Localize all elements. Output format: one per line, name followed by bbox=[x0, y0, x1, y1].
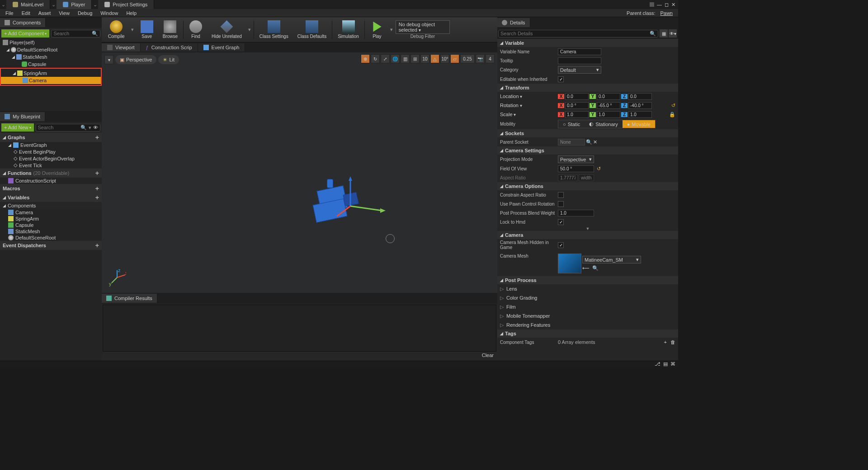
add-dispatcher-icon[interactable]: + bbox=[95, 242, 99, 249]
output-log-icon[interactable]: ▤ bbox=[663, 361, 668, 367]
var-defaultsceneroot[interactable]: DefaultSceneRoot bbox=[0, 235, 102, 241]
play-dropdown[interactable]: ▾ bbox=[388, 27, 395, 33]
tab-dropdown-icon[interactable]: ⌄ bbox=[92, 0, 98, 9]
mobility-static[interactable]: ○Static bbox=[558, 120, 585, 128]
browse-button[interactable]: Browse bbox=[158, 18, 182, 42]
menu-file[interactable]: File bbox=[2, 10, 17, 16]
details-search[interactable]: 🔍 bbox=[498, 30, 658, 38]
rotation-y-input[interactable] bbox=[597, 102, 620, 109]
location-x-input[interactable] bbox=[565, 93, 589, 100]
tags-category[interactable]: ◢Tags bbox=[497, 329, 678, 338]
menu-asset[interactable]: Asset bbox=[35, 10, 55, 16]
grid-snap-button[interactable]: ⊞ bbox=[410, 54, 420, 63]
eye-icon[interactable]: 👁 bbox=[93, 125, 98, 130]
tree-node-staticmesh[interactable]: ◢StaticMesh bbox=[0, 53, 102, 61]
myblueprint-search[interactable]: 🔍▾👁 bbox=[36, 124, 100, 132]
menu-help[interactable]: Help bbox=[123, 10, 140, 16]
file-tab-player[interactable]: Player bbox=[57, 0, 92, 9]
class-defaults-button[interactable]: Class Defaults bbox=[293, 18, 331, 42]
coordinate-space-button[interactable]: 🌐 bbox=[391, 54, 400, 63]
add-new-button[interactable]: + Add New▾ bbox=[1, 123, 34, 132]
viewport-menu-button[interactable]: ▾ bbox=[104, 55, 113, 64]
menu-debug[interactable]: Debug bbox=[74, 10, 96, 16]
mobility-toggle[interactable]: ○Static◐Stationary●Movable bbox=[558, 120, 656, 128]
rotate-mode-button[interactable]: ↻ bbox=[371, 54, 380, 63]
class-settings-button[interactable]: Class Settings bbox=[255, 18, 293, 42]
variable-category[interactable]: ◢Variable bbox=[497, 39, 678, 47]
mobility-movable[interactable]: ●Movable bbox=[623, 120, 655, 128]
simulation-button[interactable]: Simulation bbox=[333, 18, 363, 42]
details-search-input[interactable] bbox=[500, 31, 650, 36]
scale-z-input[interactable] bbox=[628, 111, 652, 118]
tree-node-capsule[interactable]: Capsule bbox=[0, 61, 102, 68]
angle-snap-value[interactable]: 10° bbox=[440, 54, 449, 63]
var-staticmesh[interactable]: StaticMesh bbox=[0, 228, 102, 235]
post-process-category[interactable]: ◢Post Process bbox=[497, 276, 678, 284]
camera-settings-category[interactable]: ◢Camera Settings bbox=[497, 146, 678, 155]
scale-mode-button[interactable]: ⤢ bbox=[381, 54, 390, 63]
location-y-input[interactable] bbox=[597, 93, 620, 100]
event-tick[interactable]: ◇Event Tick bbox=[0, 162, 102, 169]
camera-options-category[interactable]: ◢Camera Options bbox=[497, 182, 678, 190]
camera-speed-button[interactable]: 📷 bbox=[476, 54, 485, 63]
tree-node-player[interactable]: Player(self) bbox=[0, 39, 102, 46]
variable-name-input[interactable] bbox=[558, 48, 601, 55]
add-variable-icon[interactable]: + bbox=[95, 194, 99, 201]
angle-snap-button[interactable]: △ bbox=[430, 54, 439, 63]
event-graph-tab[interactable]: Event Graph bbox=[198, 43, 245, 52]
menu-view[interactable]: View bbox=[55, 10, 73, 16]
property-matrix-button[interactable]: ▦ bbox=[659, 29, 668, 38]
var-springarm[interactable]: SpringArm bbox=[0, 216, 102, 222]
use-selected-icon[interactable]: ⟵ bbox=[582, 265, 590, 271]
functions-section[interactable]: ◢Functions(20 Overridable)+ bbox=[0, 169, 102, 178]
myblueprint-tab[interactable]: My Blueprint bbox=[0, 112, 45, 121]
scale-snap-value[interactable]: 0.25 bbox=[460, 54, 475, 63]
lock-hmd-checkbox[interactable] bbox=[558, 219, 564, 225]
myblueprint-search-input[interactable] bbox=[38, 125, 80, 130]
event-beginplay[interactable]: ◇Event BeginPlay bbox=[0, 148, 102, 155]
sockets-category[interactable]: ◢Sockets bbox=[497, 129, 678, 137]
perspective-toggle[interactable]: ▣Perspective bbox=[115, 55, 156, 64]
compile-dropdown[interactable]: ▾ bbox=[129, 27, 136, 33]
expand-icon[interactable]: ◢ bbox=[12, 55, 15, 59]
tree-node-springarm[interactable]: ◢SpringArm bbox=[1, 70, 101, 77]
snap-surface-button[interactable]: ▥ bbox=[401, 54, 410, 63]
expand-icon[interactable]: ◢ bbox=[6, 47, 10, 52]
menu-edit[interactable]: Edit bbox=[18, 10, 34, 16]
components-search[interactable]: 🔍 bbox=[51, 30, 100, 38]
tooltip-input[interactable] bbox=[558, 57, 601, 64]
clear-button[interactable]: Clear bbox=[482, 352, 494, 361]
tab-dropdown-icon[interactable]: ⌄ bbox=[50, 0, 57, 9]
rotation-z-input[interactable] bbox=[628, 102, 652, 109]
hide-unrelated-button[interactable]: Hide Unrelated bbox=[207, 18, 246, 42]
components-search-input[interactable] bbox=[53, 31, 92, 36]
compile-button[interactable]: Compile bbox=[104, 18, 129, 42]
add-graph-icon[interactable]: + bbox=[95, 134, 99, 141]
camera-mesh-hidden-checkbox[interactable] bbox=[558, 242, 564, 248]
constrain-aspect-checkbox[interactable] bbox=[558, 192, 564, 198]
cmd-icon[interactable]: ⌘ bbox=[670, 361, 675, 367]
components-tab[interactable]: Components bbox=[0, 18, 46, 27]
event-actorbeginoverlap[interactable]: ◇Event ActorBeginOverlap bbox=[0, 155, 102, 162]
app-menu-icon[interactable]: ⌄ bbox=[0, 0, 6, 9]
close-icon[interactable]: ✕ bbox=[671, 2, 675, 8]
scale-x-input[interactable] bbox=[565, 111, 589, 118]
macros-section[interactable]: Macros+ bbox=[0, 184, 102, 193]
viewport-3d[interactable]: ▾ ▣Perspective ☀Lit ⊕ ↻ ⤢ 🌐 ▥ ⊞ 10 △ 10°… bbox=[102, 52, 497, 293]
play-button[interactable]: Play bbox=[366, 18, 388, 42]
add-function-icon[interactable]: + bbox=[95, 169, 99, 177]
clear-socket-icon[interactable]: ✕ bbox=[593, 139, 597, 145]
use-pawn-rotation-checkbox[interactable] bbox=[558, 201, 564, 207]
camera-speed-value[interactable]: 4 bbox=[486, 54, 495, 63]
add-tag-icon[interactable]: + bbox=[664, 339, 667, 345]
add-component-button[interactable]: + Add Component▾ bbox=[1, 29, 49, 38]
clear-tags-icon[interactable]: 🗑 bbox=[670, 339, 675, 345]
camera-mesh-select[interactable]: MatineeCam_SM▾ bbox=[582, 256, 641, 263]
browse-asset-icon[interactable]: 🔍 bbox=[592, 265, 599, 271]
pp-rendering-features[interactable]: ▷Rendering Features bbox=[497, 320, 678, 329]
minimize-icon[interactable]: — bbox=[657, 2, 662, 7]
expand-advanced-icon[interactable]: ▼ bbox=[497, 226, 678, 231]
graphs-section[interactable]: ◢Graphs+ bbox=[0, 133, 102, 142]
expand-icon[interactable]: ◢ bbox=[13, 71, 16, 75]
location-z-input[interactable] bbox=[628, 93, 652, 100]
